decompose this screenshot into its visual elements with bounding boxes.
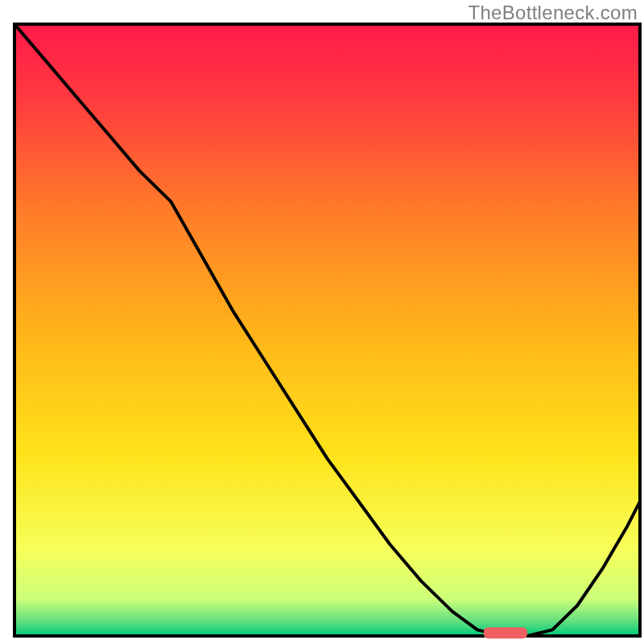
bottleneck-chart: TheBottleneck.com [0, 0, 644, 644]
gradient-background [14, 24, 640, 636]
watermark-text: TheBottleneck.com [468, 2, 638, 24]
chart-svg [0, 0, 644, 644]
optimal-zone-marker [484, 627, 527, 638]
